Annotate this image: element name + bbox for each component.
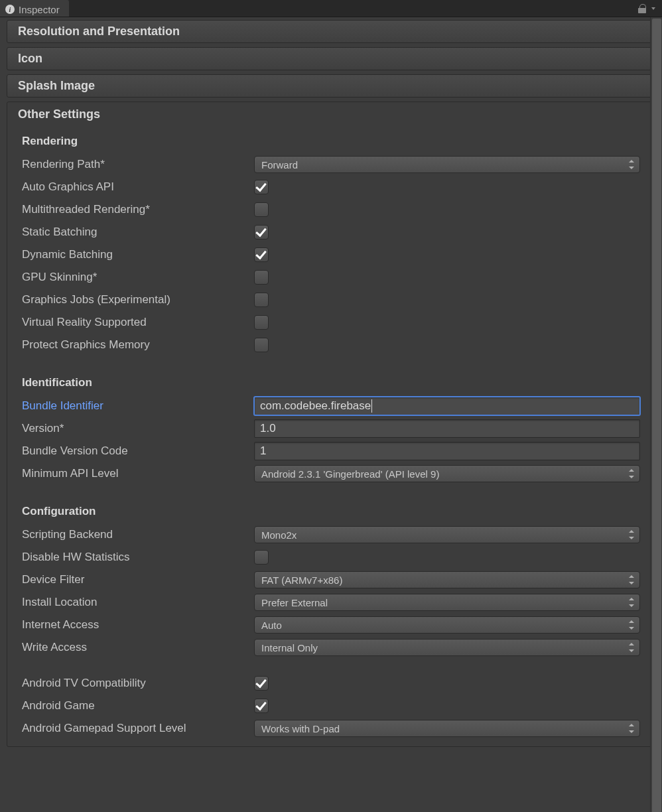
checkbox-static-batching[interactable] bbox=[254, 225, 269, 239]
label-gpu-skinning: GPU Skinning* bbox=[22, 271, 254, 284]
select-value: Android 2.3.1 'Gingerbread' (API level 9… bbox=[261, 468, 439, 480]
input-bundle-identifier[interactable]: com.codebee.firebase bbox=[254, 397, 640, 415]
inspector-tab[interactable]: i Inspector bbox=[0, 0, 70, 17]
checkbox-auto-graphics-api[interactable] bbox=[254, 180, 269, 194]
label-android-tv-compatibility: Android TV Compatibility bbox=[22, 677, 254, 690]
row-vr-supported: Virtual Reality Supported bbox=[7, 311, 655, 334]
lock-icon[interactable] bbox=[638, 4, 646, 13]
label-multithreaded-rendering: Multithreaded Rendering* bbox=[22, 203, 254, 216]
panel-menu-icon[interactable] bbox=[651, 7, 655, 10]
label-gamepad-support-level: Android Gamepad Support Level bbox=[22, 722, 254, 735]
section-icon[interactable]: Icon bbox=[7, 47, 655, 70]
row-disable-hw-statistics: Disable HW Statistics bbox=[7, 546, 655, 569]
updown-icon bbox=[629, 160, 634, 169]
updown-icon bbox=[629, 724, 634, 733]
row-device-filter: Device Filter FAT (ARMv7+x86) bbox=[7, 569, 655, 591]
checkbox-vr-supported[interactable] bbox=[254, 315, 269, 330]
checkbox-gpu-skinning[interactable] bbox=[254, 270, 269, 285]
checkbox-disable-hw-statistics[interactable] bbox=[254, 550, 269, 565]
label-write-access: Write Access bbox=[22, 641, 254, 654]
select-value: Internal Only bbox=[261, 642, 318, 653]
label-scripting-backend: Scripting Backend bbox=[22, 528, 254, 541]
label-static-batching: Static Batching bbox=[22, 226, 254, 239]
label-minimum-api-level: Minimum API Level bbox=[22, 467, 254, 480]
scrollbar[interactable] bbox=[650, 17, 662, 812]
checkbox-android-game[interactable] bbox=[254, 699, 269, 713]
checkbox-protect-memory[interactable] bbox=[254, 338, 269, 352]
row-scripting-backend: Scripting Backend Mono2x bbox=[7, 523, 655, 546]
select-value: Mono2x bbox=[261, 529, 297, 541]
group-configuration: Configuration bbox=[7, 498, 655, 523]
row-bundle-version-code: Bundle Version Code 1 bbox=[7, 440, 655, 462]
label-rendering-path: Rendering Path* bbox=[22, 158, 254, 171]
section-resolution[interactable]: Resolution and Presentation bbox=[7, 20, 655, 43]
select-value: Forward bbox=[261, 159, 298, 170]
select-gamepad-support-level[interactable]: Works with D-pad bbox=[254, 720, 640, 737]
input-version[interactable]: 1.0 bbox=[254, 419, 640, 438]
select-rendering-path[interactable]: Forward bbox=[254, 156, 640, 173]
label-disable-hw-statistics: Disable HW Statistics bbox=[22, 551, 254, 564]
section-label: Splash Image bbox=[18, 79, 95, 92]
row-dynamic-batching: Dynamic Batching bbox=[7, 243, 655, 266]
label-version: Version* bbox=[22, 422, 254, 435]
label-protect-memory: Protect Graphics Memory bbox=[22, 338, 254, 352]
row-write-access: Write Access Internal Only bbox=[7, 636, 655, 659]
info-icon: i bbox=[5, 5, 15, 14]
select-device-filter[interactable]: FAT (ARMv7+x86) bbox=[254, 571, 640, 588]
select-value: Works with D-pad bbox=[261, 723, 340, 734]
row-gamepad-support-level: Android Gamepad Support Level Works with… bbox=[7, 717, 655, 740]
row-auto-graphics-api: Auto Graphics API bbox=[7, 176, 655, 198]
select-write-access[interactable]: Internal Only bbox=[254, 639, 640, 656]
checkbox-dynamic-batching[interactable] bbox=[254, 247, 269, 262]
label-internet-access: Internet Access bbox=[22, 618, 254, 632]
section-other-header[interactable]: Other Settings bbox=[7, 102, 655, 128]
select-scripting-backend[interactable]: Mono2x bbox=[254, 526, 640, 543]
label-auto-graphics-api: Auto Graphics API bbox=[22, 180, 254, 194]
section-splash[interactable]: Splash Image bbox=[7, 74, 655, 98]
label-device-filter: Device Filter bbox=[22, 573, 254, 586]
text-caret bbox=[371, 399, 372, 413]
row-install-location: Install Location Prefer External bbox=[7, 591, 655, 614]
select-value: Auto bbox=[261, 620, 282, 631]
checkbox-android-tv-compatibility[interactable] bbox=[254, 676, 269, 691]
checkbox-multithreaded-rendering[interactable] bbox=[254, 202, 269, 217]
updown-icon bbox=[629, 620, 634, 630]
row-bundle-identifier: Bundle Identifier com.codebee.firebase bbox=[7, 395, 655, 417]
updown-icon bbox=[629, 469, 634, 478]
input-value: com.codebee.firebase bbox=[260, 399, 371, 413]
section-label: Icon bbox=[18, 52, 42, 65]
label-vr-supported: Virtual Reality Supported bbox=[22, 316, 254, 329]
section-label: Other Settings bbox=[18, 107, 100, 121]
row-multithreaded-rendering: Multithreaded Rendering* bbox=[7, 198, 655, 221]
group-identification: Identification bbox=[7, 370, 655, 395]
scrollbar-thumb[interactable] bbox=[652, 19, 661, 812]
tab-bar: i Inspector bbox=[0, 0, 662, 17]
label-graphics-jobs: Graphics Jobs (Experimental) bbox=[22, 293, 254, 306]
row-static-batching: Static Batching bbox=[7, 221, 655, 243]
checkbox-graphics-jobs[interactable] bbox=[254, 293, 269, 307]
select-value: Prefer External bbox=[261, 597, 328, 608]
row-rendering-path: Rendering Path* Forward bbox=[7, 153, 655, 176]
input-value: 1.0 bbox=[260, 422, 276, 435]
label-install-location: Install Location bbox=[22, 596, 254, 609]
updown-icon bbox=[629, 598, 634, 607]
section-other-settings: Other Settings Rendering Rendering Path*… bbox=[7, 102, 655, 747]
input-value: 1 bbox=[260, 444, 266, 458]
select-install-location[interactable]: Prefer External bbox=[254, 594, 640, 611]
updown-icon bbox=[629, 575, 634, 584]
row-graphics-jobs: Graphics Jobs (Experimental) bbox=[7, 289, 655, 311]
section-label: Resolution and Presentation bbox=[18, 25, 180, 38]
select-internet-access[interactable]: Auto bbox=[254, 616, 640, 634]
row-android-game: Android Game bbox=[7, 695, 655, 717]
label-bundle-identifier: Bundle Identifier bbox=[22, 399, 254, 413]
input-bundle-version-code[interactable]: 1 bbox=[254, 442, 640, 460]
label-dynamic-batching: Dynamic Batching bbox=[22, 248, 254, 261]
row-minimum-api-level: Minimum API Level Android 2.3.1 'Gingerb… bbox=[7, 462, 655, 485]
select-minimum-api-level[interactable]: Android 2.3.1 'Gingerbread' (API level 9… bbox=[254, 465, 640, 482]
row-internet-access: Internet Access Auto bbox=[7, 614, 655, 636]
row-android-tv-compatibility: Android TV Compatibility bbox=[7, 672, 655, 695]
select-value: FAT (ARMv7+x86) bbox=[261, 575, 342, 586]
updown-icon bbox=[629, 530, 634, 539]
group-rendering: Rendering bbox=[7, 128, 655, 153]
row-protect-memory: Protect Graphics Memory bbox=[7, 334, 655, 356]
